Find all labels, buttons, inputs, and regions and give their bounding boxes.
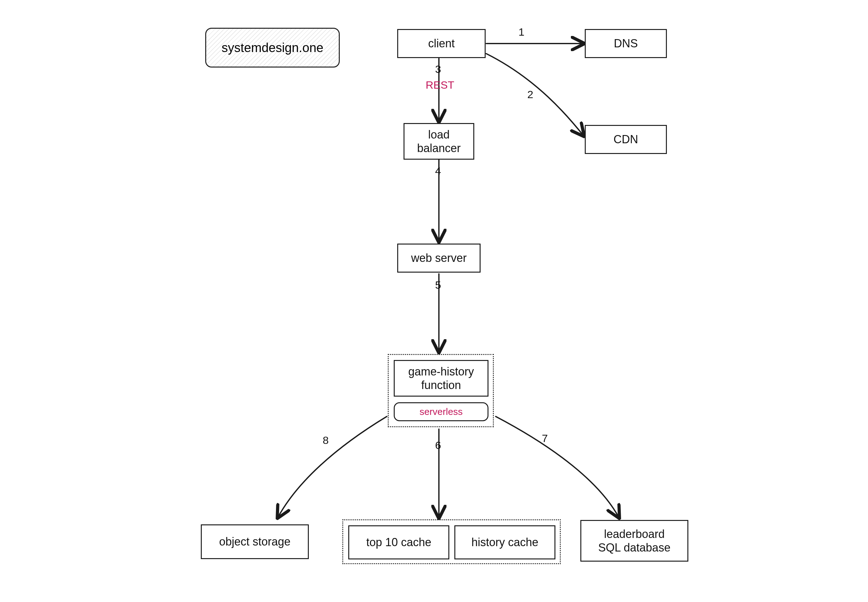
edge-4-label: 4 bbox=[435, 165, 441, 177]
edge-3-label: 3 bbox=[435, 63, 441, 75]
edge-7 bbox=[496, 416, 619, 518]
node-web-server-label: web server bbox=[411, 251, 467, 265]
node-game-history-serverless-chip: serverless bbox=[394, 402, 488, 421]
edge-2 bbox=[486, 54, 583, 136]
edge-6-label: 6 bbox=[435, 439, 441, 452]
node-client: client bbox=[397, 29, 486, 58]
node-dns: DNS bbox=[585, 29, 667, 58]
node-leaderboard-db: leaderboard SQL database bbox=[580, 520, 688, 562]
node-load-balancer-label: load balancer bbox=[417, 128, 461, 155]
edge-5-label: 5 bbox=[435, 279, 441, 291]
edge-2-label: 2 bbox=[527, 88, 533, 101]
node-object-storage-label: object storage bbox=[219, 535, 291, 548]
watermark-badge: systemdesign.one bbox=[205, 28, 340, 68]
node-game-history-function: game-history function bbox=[394, 360, 488, 396]
node-load-balancer: load balancer bbox=[403, 123, 474, 160]
node-top10-cache-label: top 10 cache bbox=[366, 536, 431, 549]
node-object-storage: object storage bbox=[201, 524, 309, 559]
node-history-cache: history cache bbox=[454, 525, 556, 559]
edge-3-tech-label: REST bbox=[426, 79, 454, 91]
node-game-history-group: game-history function serverless bbox=[388, 354, 494, 427]
node-client-label: client bbox=[428, 37, 455, 50]
node-cdn-label: CDN bbox=[614, 132, 638, 146]
edge-1-label: 1 bbox=[519, 26, 525, 38]
node-game-history-label: game-history function bbox=[408, 365, 474, 392]
node-leaderboard-db-label: leaderboard SQL database bbox=[598, 527, 671, 554]
node-game-history-serverless-label: serverless bbox=[420, 406, 463, 418]
node-top10-cache: top 10 cache bbox=[348, 525, 449, 559]
watermark-text: systemdesign.one bbox=[222, 41, 323, 55]
node-cache-group: top 10 cache history cache bbox=[342, 519, 561, 564]
node-web-server: web server bbox=[397, 244, 480, 273]
node-dns-label: DNS bbox=[614, 37, 638, 50]
edge-7-label: 7 bbox=[542, 432, 548, 445]
node-cdn: CDN bbox=[585, 125, 667, 154]
edge-8-label: 8 bbox=[323, 434, 329, 447]
node-history-cache-label: history cache bbox=[471, 536, 539, 549]
diagram-canvas: systemdesign.one client DNS CDN load bal… bbox=[0, 0, 868, 602]
edge-8 bbox=[278, 416, 387, 518]
